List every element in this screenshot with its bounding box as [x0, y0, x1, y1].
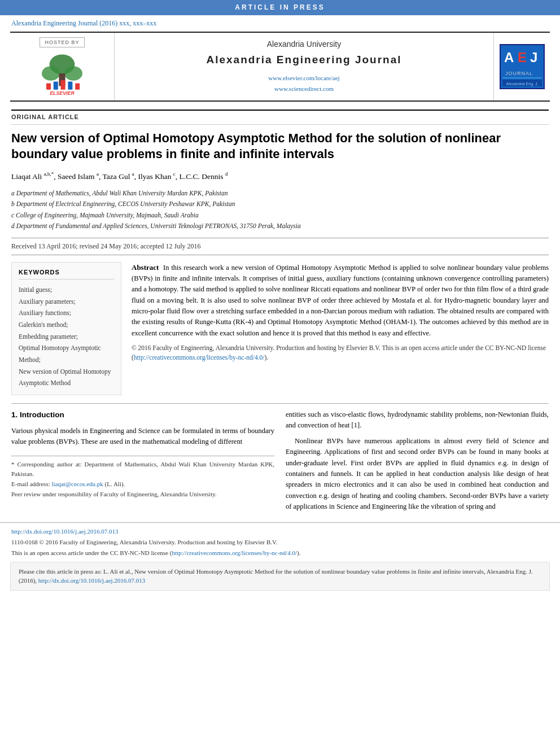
journal-links: www.elsevier.com/locate/aej www.scienced… — [268, 73, 339, 94]
keyword-3: Auxiliary functions; — [19, 307, 114, 319]
elsevier-locate-link[interactable]: www.elsevier.com/locate/aej — [268, 75, 339, 81]
svg-point-2 — [42, 66, 60, 81]
author-email-link[interactable]: liaqat@cecos.edu.pk — [51, 480, 103, 487]
intro-para-3: Nonlinear BVPs have numerous application… — [286, 436, 549, 513]
received-line: Received 13 April 2016; revised 24 May 2… — [11, 238, 549, 255]
affiliation-d: d Department of Fundamental and Applied … — [11, 221, 549, 232]
sup-a: a,b,* — [44, 171, 54, 177]
affiliation-b: b Department of Electrical Engineering, … — [11, 199, 549, 210]
keywords-abstract-section: KEYWORDS Initial guess; Auxiliary parame… — [11, 262, 549, 396]
svg-text:J: J — [530, 50, 537, 65]
footnote-area: * Corresponding author at: Department of… — [11, 456, 274, 499]
paper-title: New version of Optimal Homotopy Asymptot… — [11, 130, 549, 163]
sup-d: c — [173, 171, 176, 177]
doi-link[interactable]: http://dx.doi.org/10.1016/j.aej.2016.07.… — [11, 528, 119, 535]
affiliation-c: c College of Engineering, Majmaah Univer… — [11, 210, 549, 221]
header-left: HOSTED BY ELSEVIER — [10, 33, 115, 101]
affiliations: a Department of Mathematics, Abdul Wali … — [11, 188, 549, 232]
sup-b: a — [97, 171, 99, 177]
body-two-col: 1. Introduction Various physical models … — [11, 409, 549, 517]
abstract-label: Abstract — [132, 263, 159, 272]
svg-rect-8 — [68, 82, 72, 90]
introduction-heading: 1. Introduction — [11, 409, 274, 421]
original-article-label: ORIGINAL ARTICLE — [11, 110, 549, 124]
svg-text:E: E — [518, 50, 527, 65]
bottom-oa-link[interactable]: http://creativecommons.org/licenses/by-n… — [172, 549, 297, 556]
intro-para-1: Various physical models in Engineering a… — [11, 426, 274, 448]
authors-line: Liaqat Ali a,b,*, Saeed Islam a, Taza Gu… — [11, 171, 549, 182]
main-content: ORIGINAL ARTICLE New version of Optimal … — [0, 102, 560, 522]
citation-doi-link[interactable]: http://dx.doi.org/10.1016/j.aej.2016.07.… — [38, 577, 146, 584]
doi-line: http://dx.doi.org/10.1016/j.aej.2016.07.… — [11, 526, 549, 537]
svg-rect-7 — [61, 80, 65, 90]
svg-text:Alexandria Eng. J.: Alexandria Eng. J. — [506, 82, 538, 86]
abstract-box: Abstract In this research work a new ver… — [132, 262, 549, 396]
email-line: E-mail address: liaqat@cecos.edu.pk (L. … — [11, 479, 274, 490]
keyword-2: Auxiliary parameters; — [19, 296, 114, 308]
svg-point-3 — [64, 66, 82, 81]
abstract-copyright: © 2016 Faculty of Engineering, Alexandri… — [132, 343, 549, 363]
svg-rect-9 — [75, 84, 80, 90]
section-divider — [11, 403, 549, 404]
header-center: Alexandria University Alexandria Enginee… — [115, 33, 493, 101]
sup-c: a — [132, 171, 134, 177]
keyword-5: Embedding parameter; — [19, 331, 114, 343]
peer-review-note: Peer review under responsibility of Facu… — [11, 490, 274, 500]
email-note: (L. Ali). — [105, 480, 125, 487]
abstract-cc-link[interactable]: http://creativecommons.org/licenses/by-n… — [134, 354, 265, 361]
corresponding-author: * Corresponding author at: Department of… — [11, 460, 274, 479]
hosted-by-label: HOSTED BY — [40, 37, 84, 48]
keywords-title: KEYWORDS — [19, 268, 114, 279]
elsevier-logo-area: ELSEVIER — [25, 51, 99, 96]
intro-para-2: entities such as visco-elastic flows, hy… — [286, 409, 549, 431]
svg-text:ELSEVIER: ELSEVIER — [50, 91, 75, 97]
elsevier-logo-icon: ELSEVIER — [25, 51, 99, 96]
keyword-1: Initial guess; — [19, 284, 114, 296]
citation-box: Please cite this article in press as: L.… — [10, 562, 550, 591]
journal-link-bar: Alexandria Engineering Journal (2016) xx… — [0, 15, 560, 32]
keywords-box: KEYWORDS Initial guess; Auxiliary parame… — [11, 262, 121, 396]
abstract-body: In this research work a new version of O… — [132, 264, 549, 337]
bottom-open-access: This is an open access article under the… — [11, 548, 549, 558]
header-right: A E J JOURNAL Alexandria Eng. J. — [493, 33, 550, 101]
affiliation-a: a Department of Mathematics, Abdul Wali … — [11, 188, 549, 199]
svg-text:JOURNAL: JOURNAL — [505, 71, 533, 76]
svg-text:A: A — [504, 50, 514, 65]
keyword-7: New version of Optimal Homotopy Asymptot… — [19, 366, 114, 389]
body-left-col: 1. Introduction Various physical models … — [11, 409, 274, 517]
bottom-copyright: 1110-0168 © 2016 Faculty of Engineering,… — [11, 537, 549, 548]
body-right-col: entities such as visco-elastic flows, hy… — [286, 409, 549, 517]
keywords-list: Initial guess; Auxiliary parameters; Aux… — [19, 284, 114, 389]
bottom-bar: http://dx.doi.org/10.1016/j.aej.2016.07.… — [0, 522, 560, 561]
university-name: Alexandria University — [267, 39, 342, 50]
aej-logo-icon: A E J JOURNAL Alexandria Eng. J. — [500, 44, 545, 89]
email-label: E-mail address: — [11, 480, 51, 487]
sciencedirect-link[interactable]: www.sciencedirect.com — [274, 85, 334, 92]
keyword-4: Galerkin's method; — [19, 319, 114, 331]
journal-title-header: Alexandria Engineering Journal — [206, 53, 401, 68]
svg-rect-6 — [54, 82, 58, 90]
svg-rect-5 — [46, 84, 51, 90]
header-area: HOSTED BY ELSEVIER Alexandria Uni — [10, 32, 550, 102]
article-in-press-banner: ARTICLE IN PRESS — [0, 0, 560, 15]
sup-e: d — [225, 171, 228, 177]
abstract-text: Abstract In this research work a new ver… — [132, 262, 549, 339]
journal-link[interactable]: Alexandria Engineering Journal (2016) xx… — [11, 19, 156, 27]
keyword-6: Optimal Homotopy Asymptotic Method; — [19, 342, 114, 365]
